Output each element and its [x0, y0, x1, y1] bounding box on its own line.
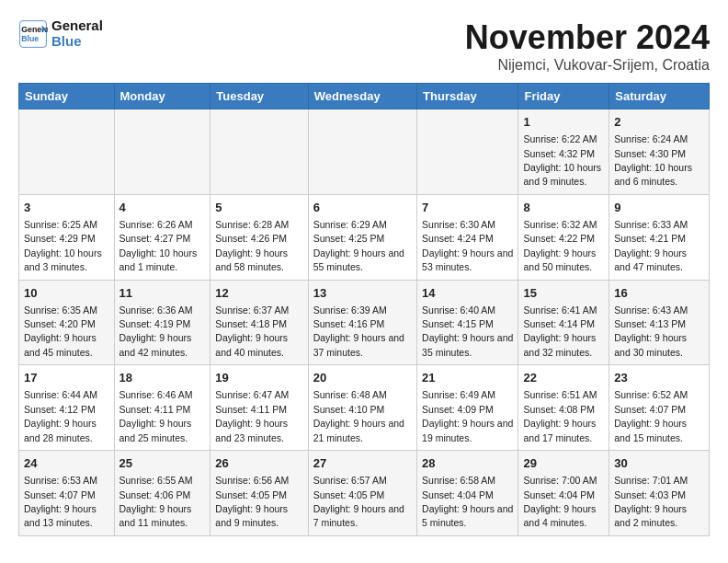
calendar-week-row: 1Sunrise: 6:22 AM Sunset: 4:32 PM Daylig… [19, 109, 710, 195]
day-number: 12 [215, 285, 302, 302]
day-info: Sunrise: 6:51 AM Sunset: 4:08 PM Dayligh… [523, 389, 597, 442]
calendar-cell [19, 109, 115, 195]
day-info: Sunrise: 6:26 AM Sunset: 4:27 PM Dayligh… [119, 219, 198, 272]
column-header-friday: Friday [518, 84, 609, 109]
calendar-cell: 10Sunrise: 6:35 AM Sunset: 4:20 PM Dayli… [19, 280, 115, 365]
day-info: Sunrise: 6:33 AM Sunset: 4:21 PM Dayligh… [614, 219, 688, 272]
calendar-week-row: 17Sunrise: 6:44 AM Sunset: 4:12 PM Dayli… [19, 365, 710, 451]
day-number: 29 [523, 455, 604, 472]
day-info: Sunrise: 6:25 AM Sunset: 4:29 PM Dayligh… [24, 219, 102, 272]
day-info: Sunrise: 6:58 AM Sunset: 4:04 PM Dayligh… [422, 475, 513, 528]
day-info: Sunrise: 6:35 AM Sunset: 4:20 PM Dayligh… [24, 304, 97, 358]
day-number: 18 [119, 370, 206, 386]
calendar-cell: 13Sunrise: 6:39 AM Sunset: 4:16 PM Dayli… [308, 280, 416, 365]
day-info: Sunrise: 6:39 AM Sunset: 4:16 PM Dayligh… [313, 304, 404, 358]
day-info: Sunrise: 6:41 AM Sunset: 4:14 PM Dayligh… [523, 304, 597, 358]
calendar-header-row: SundayMondayTuesdayWednesdayThursdayFrid… [19, 84, 710, 109]
day-info: Sunrise: 6:36 AM Sunset: 4:19 PM Dayligh… [119, 304, 193, 358]
column-header-thursday: Thursday [417, 84, 518, 109]
calendar-week-row: 10Sunrise: 6:35 AM Sunset: 4:20 PM Dayli… [19, 280, 710, 365]
calendar-cell: 15Sunrise: 6:41 AM Sunset: 4:14 PM Dayli… [518, 280, 609, 365]
calendar-cell: 27Sunrise: 6:57 AM Sunset: 4:05 PM Dayli… [308, 451, 416, 536]
logo-icon: General Blue [18, 19, 48, 49]
day-info: Sunrise: 6:40 AM Sunset: 4:15 PM Dayligh… [422, 304, 513, 358]
calendar-cell: 1Sunrise: 6:22 AM Sunset: 4:32 PM Daylig… [518, 109, 609, 195]
day-number: 20 [313, 370, 412, 386]
day-number: 22 [523, 370, 604, 386]
day-number: 25 [119, 455, 206, 472]
calendar-cell: 25Sunrise: 6:55 AM Sunset: 4:06 PM Dayli… [114, 451, 210, 536]
calendar-cell: 17Sunrise: 6:44 AM Sunset: 4:12 PM Dayli… [19, 365, 115, 451]
day-info: Sunrise: 6:52 AM Sunset: 4:07 PM Dayligh… [614, 389, 688, 442]
day-number: 8 [523, 200, 604, 216]
day-number: 9 [614, 200, 704, 216]
day-number: 2 [614, 114, 704, 131]
calendar-cell: 21Sunrise: 6:49 AM Sunset: 4:09 PM Dayli… [417, 365, 518, 451]
calendar-cell: 2Sunrise: 6:24 AM Sunset: 4:30 PM Daylig… [609, 109, 710, 195]
day-info: Sunrise: 6:56 AM Sunset: 4:05 PM Dayligh… [215, 475, 289, 528]
day-number: 5 [215, 200, 302, 216]
main-title: November 2024 [465, 18, 710, 57]
day-number: 19 [215, 370, 302, 386]
calendar-cell: 24Sunrise: 6:53 AM Sunset: 4:07 PM Dayli… [19, 451, 115, 536]
calendar-cell: 16Sunrise: 6:43 AM Sunset: 4:13 PM Dayli… [609, 280, 710, 365]
calendar-cell: 5Sunrise: 6:28 AM Sunset: 4:26 PM Daylig… [210, 194, 308, 280]
calendar-cell: 22Sunrise: 6:51 AM Sunset: 4:08 PM Dayli… [518, 365, 609, 451]
calendar-cell: 14Sunrise: 6:40 AM Sunset: 4:15 PM Dayli… [417, 280, 518, 365]
day-number: 26 [215, 455, 302, 472]
calendar-cell: 8Sunrise: 6:32 AM Sunset: 4:22 PM Daylig… [518, 194, 609, 280]
calendar-week-row: 24Sunrise: 6:53 AM Sunset: 4:07 PM Dayli… [19, 451, 710, 536]
day-info: Sunrise: 6:28 AM Sunset: 4:26 PM Dayligh… [215, 219, 289, 272]
day-number: 28 [422, 455, 513, 472]
svg-text:Blue: Blue [21, 34, 39, 43]
day-info: Sunrise: 6:57 AM Sunset: 4:05 PM Dayligh… [313, 475, 404, 528]
day-number: 4 [119, 200, 206, 216]
calendar-cell: 19Sunrise: 6:47 AM Sunset: 4:11 PM Dayli… [210, 365, 308, 451]
calendar-cell: 29Sunrise: 7:00 AM Sunset: 4:04 PM Dayli… [518, 451, 609, 536]
day-info: Sunrise: 6:46 AM Sunset: 4:11 PM Dayligh… [119, 389, 193, 442]
day-info: Sunrise: 6:22 AM Sunset: 4:32 PM Dayligh… [523, 133, 601, 187]
calendar-cell: 9Sunrise: 6:33 AM Sunset: 4:21 PM Daylig… [609, 194, 710, 280]
day-number: 30 [614, 455, 704, 472]
calendar-cell: 4Sunrise: 6:26 AM Sunset: 4:27 PM Daylig… [114, 194, 210, 280]
calendar-cell: 26Sunrise: 6:56 AM Sunset: 4:05 PM Dayli… [210, 451, 308, 536]
calendar-cell: 12Sunrise: 6:37 AM Sunset: 4:18 PM Dayli… [210, 280, 308, 365]
day-number: 6 [313, 200, 412, 216]
day-number: 21 [422, 370, 513, 386]
day-info: Sunrise: 6:53 AM Sunset: 4:07 PM Dayligh… [24, 475, 97, 528]
day-number: 7 [422, 200, 513, 216]
day-number: 16 [614, 285, 704, 302]
column-header-wednesday: Wednesday [308, 84, 416, 109]
column-header-monday: Monday [114, 84, 210, 109]
calendar-cell: 11Sunrise: 6:36 AM Sunset: 4:19 PM Dayli… [114, 280, 210, 365]
day-number: 1 [523, 114, 604, 131]
day-info: Sunrise: 6:43 AM Sunset: 4:13 PM Dayligh… [614, 304, 688, 358]
day-info: Sunrise: 7:00 AM Sunset: 4:04 PM Dayligh… [523, 475, 597, 528]
page-header: General Blue General Blue November 2024 … [18, 18, 710, 74]
day-number: 10 [24, 285, 109, 302]
day-number: 24 [24, 455, 109, 472]
day-info: Sunrise: 6:37 AM Sunset: 4:18 PM Dayligh… [215, 304, 289, 358]
day-info: Sunrise: 6:32 AM Sunset: 4:22 PM Dayligh… [523, 219, 597, 272]
calendar-week-row: 3Sunrise: 6:25 AM Sunset: 4:29 PM Daylig… [19, 194, 710, 280]
day-number: 3 [24, 200, 109, 216]
day-info: Sunrise: 6:44 AM Sunset: 4:12 PM Dayligh… [24, 389, 97, 442]
day-number: 13 [313, 285, 412, 302]
day-number: 11 [119, 285, 206, 302]
calendar-cell: 23Sunrise: 6:52 AM Sunset: 4:07 PM Dayli… [609, 365, 710, 451]
day-info: Sunrise: 6:48 AM Sunset: 4:10 PM Dayligh… [313, 389, 404, 442]
logo-general: General [51, 18, 103, 34]
calendar-cell: 28Sunrise: 6:58 AM Sunset: 4:04 PM Dayli… [417, 451, 518, 536]
calendar-cell: 20Sunrise: 6:48 AM Sunset: 4:10 PM Dayli… [308, 365, 416, 451]
calendar-cell [114, 109, 210, 195]
subtitle: Nijemci, Vukovar-Srijem, Croatia [465, 57, 710, 74]
calendar-cell [308, 109, 416, 195]
day-number: 14 [422, 285, 513, 302]
day-info: Sunrise: 6:29 AM Sunset: 4:25 PM Dayligh… [313, 219, 404, 272]
calendar-cell: 30Sunrise: 7:01 AM Sunset: 4:03 PM Dayli… [609, 451, 710, 536]
day-info: Sunrise: 6:47 AM Sunset: 4:11 PM Dayligh… [215, 389, 289, 442]
logo-blue: Blue [51, 34, 103, 50]
calendar-cell [417, 109, 518, 195]
calendar-cell: 3Sunrise: 6:25 AM Sunset: 4:29 PM Daylig… [19, 194, 115, 280]
day-number: 27 [313, 455, 412, 472]
